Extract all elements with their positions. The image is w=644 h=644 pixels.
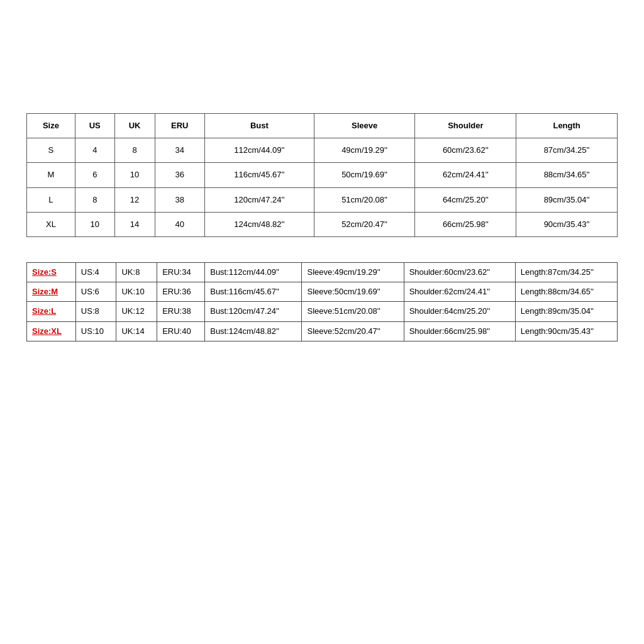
compact-table-cell: ERU:36 [157, 282, 205, 302]
table-cell: 36 [155, 163, 204, 187]
size-table-2: Size:SUS:4UK:8ERU:34Bust:112cm/44.09''Sl… [26, 262, 618, 341]
table-cell: 52cm/20.47'' [314, 212, 415, 236]
table-cell: 8 [75, 187, 114, 212]
compact-table-cell: Sleeve:52cm/20.47'' [302, 321, 404, 341]
compact-table-cell: Length:87cm/34.25'' [515, 262, 617, 282]
compact-table-cell: Length:88cm/34.65'' [515, 282, 617, 302]
compact-table-cell: Shoulder:62cm/24.41'' [404, 282, 515, 302]
table-cell: 6 [75, 163, 114, 187]
compact-table-row: Size:MUS:6UK:10ERU:36Bust:116cm/45.67''S… [27, 282, 618, 302]
table-cell: L [27, 187, 75, 212]
compact-table-cell: Sleeve:49cm/19.29'' [302, 262, 404, 282]
compact-table-cell: ERU:34 [157, 262, 205, 282]
compact-table-cell: ERU:40 [157, 321, 205, 341]
column-header: Size [27, 114, 75, 138]
column-header: Sleeve [314, 114, 415, 138]
main-size-table: SizeUSUKERUBustSleeveShoulderLength S483… [26, 113, 618, 237]
compact-table-cell: Length:89cm/35.04'' [515, 302, 617, 321]
table-cell: 12 [114, 187, 155, 212]
compact-table-cell: Size:XL [27, 321, 76, 341]
compact-table-cell: Size:S [27, 262, 76, 282]
compact-table-cell: UK:10 [116, 282, 157, 302]
compact-size-table: Size:SUS:4UK:8ERU:34Bust:112cm/44.09''Sl… [26, 262, 618, 341]
table-cell: 89cm/35.04'' [516, 187, 618, 212]
compact-table-cell: UK:8 [116, 262, 157, 282]
compact-table-cell: US:6 [75, 282, 116, 302]
table-cell: 62cm/24.41'' [415, 163, 516, 187]
table-row: XL101440124cm/48.82''52cm/20.47''66cm/25… [27, 212, 618, 236]
table-cell: S [27, 138, 75, 163]
table-cell: 124cm/48.82'' [205, 212, 314, 236]
compact-table-cell: Sleeve:51cm/20.08'' [302, 302, 404, 321]
column-header: Length [516, 114, 618, 138]
table-cell: 38 [155, 187, 204, 212]
compact-table-cell: Bust:120cm/47.24'' [205, 302, 302, 321]
compact-table-cell: Bust:112cm/44.09'' [205, 262, 302, 282]
table-cell: 112cm/44.09'' [205, 138, 314, 163]
table-row: L81238120cm/47.24''51cm/20.08''64cm/25.2… [27, 187, 618, 212]
compact-table-cell: ERU:38 [157, 302, 205, 321]
column-header: Bust [205, 114, 314, 138]
compact-table-row: Size:XLUS:10UK:14ERU:40Bust:124cm/48.82'… [27, 321, 618, 341]
table-cell: 49cm/19.29'' [314, 138, 415, 163]
table-cell: 4 [75, 138, 114, 163]
column-header: Shoulder [415, 114, 516, 138]
compact-table-cell: Size:L [27, 302, 76, 321]
table-cell: 51cm/20.08'' [314, 187, 415, 212]
size-table-1: SizeUSUKERUBustSleeveShoulderLength S483… [26, 113, 618, 237]
table-cell: 50cm/19.69'' [314, 163, 415, 187]
compact-table-cell: Shoulder:60cm/23.62'' [404, 262, 515, 282]
table-cell: M [27, 163, 75, 187]
table-cell: 87cm/34.25'' [516, 138, 618, 163]
compact-table-cell: Bust:116cm/45.67'' [205, 282, 302, 302]
compact-table-cell: UK:14 [116, 321, 157, 341]
compact-table-cell: US:10 [75, 321, 116, 341]
compact-table-row: Size:SUS:4UK:8ERU:34Bust:112cm/44.09''Sl… [27, 262, 618, 282]
compact-table-row: Size:LUS:8UK:12ERU:38Bust:120cm/47.24''S… [27, 302, 618, 321]
compact-table-cell: Sleeve:50cm/19.69'' [302, 282, 404, 302]
compact-table-cell: Size:M [27, 282, 76, 302]
table-row: S4834112cm/44.09''49cm/19.29''60cm/23.62… [27, 138, 618, 163]
table-cell: 40 [155, 212, 204, 236]
table-cell: 10 [75, 212, 114, 236]
table-cell: 88cm/34.65'' [516, 163, 618, 187]
table-cell: 10 [114, 163, 155, 187]
table-cell: 116cm/45.67'' [205, 163, 314, 187]
table-cell: 64cm/25.20'' [415, 187, 516, 212]
table-cell: 66cm/25.98'' [415, 212, 516, 236]
table-cell: 60cm/23.62'' [415, 138, 516, 163]
compact-table-cell: Length:90cm/35.43'' [515, 321, 617, 341]
table-cell: 8 [114, 138, 155, 163]
table-cell: XL [27, 212, 75, 236]
column-header: US [75, 114, 114, 138]
compact-table-cell: UK:12 [116, 302, 157, 321]
compact-table-cell: US:8 [75, 302, 116, 321]
compact-table-cell: Shoulder:64cm/25.20'' [404, 302, 515, 321]
table-cell: 120cm/47.24'' [205, 187, 314, 212]
compact-table-cell: Bust:124cm/48.82'' [205, 321, 302, 341]
table-cell: 90cm/35.43'' [516, 212, 618, 236]
table-cell: 14 [114, 212, 155, 236]
table-row: M61036116cm/45.67''50cm/19.69''62cm/24.4… [27, 163, 618, 187]
compact-table-cell: Shoulder:66cm/25.98'' [404, 321, 515, 341]
table-cell: 34 [155, 138, 204, 163]
compact-table-cell: US:4 [75, 262, 116, 282]
column-header: ERU [155, 114, 204, 138]
column-header: UK [114, 114, 155, 138]
